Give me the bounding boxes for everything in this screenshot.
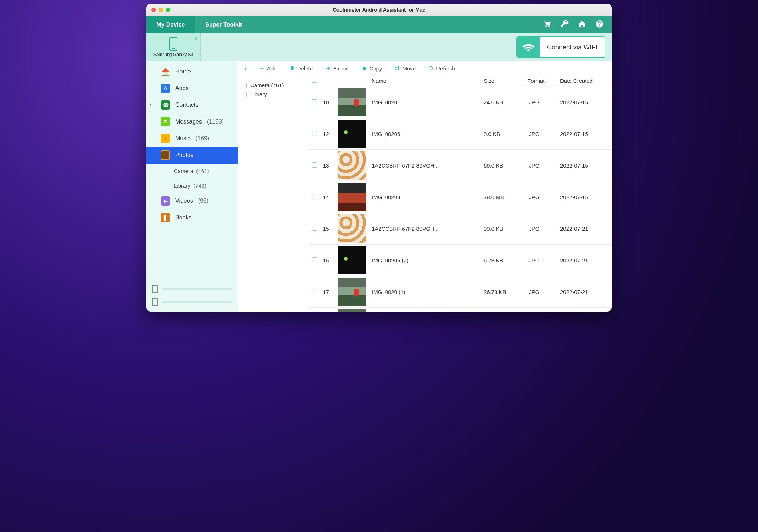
cell-name: 1A2CCBRF-67F2-89VGH... xyxy=(369,150,481,181)
sidebar-item-photos[interactable]: ⌄ Photos xyxy=(146,147,238,164)
copy-button[interactable]: Copy xyxy=(361,65,382,72)
close-icon[interactable]: x xyxy=(194,35,198,41)
sidebar-item-books[interactable]: ▋ Books xyxy=(146,209,238,226)
row-index: 16 xyxy=(320,245,335,276)
phone-storage-icon xyxy=(152,285,158,293)
phone-icon xyxy=(169,37,177,51)
checkbox[interactable] xyxy=(242,92,247,97)
cell-date: 2022-07-15 xyxy=(557,150,612,181)
storage-bar xyxy=(162,301,232,303)
file-table-wrap[interactable]: Name Size Format Date Created 10IMG_0020… xyxy=(309,76,612,312)
cell-date: 2022-07-15 xyxy=(557,118,612,150)
select-all-checkbox[interactable] xyxy=(312,78,317,83)
move-button[interactable]: Move xyxy=(394,65,416,72)
button-label: Copy xyxy=(369,65,382,72)
folder-label: Library xyxy=(250,91,267,97)
top-icon-group xyxy=(543,16,612,33)
button-label: Export xyxy=(333,65,349,72)
table-row[interactable]: 16IMG_00206 (2)6.78 KB.JPG2022-07-21 xyxy=(309,245,612,276)
titlebar: Coolmuster Android Assistant for Mac xyxy=(146,4,612,16)
checkbox[interactable] xyxy=(312,194,317,199)
thumbnail xyxy=(338,183,366,211)
col-date[interactable]: Date Created xyxy=(557,76,612,86)
table-row[interactable]: 17IMG_0020 (1)26.78 KB.JPG2022-07-21 xyxy=(309,276,612,308)
tab-super-toolkit[interactable]: Super Toolkit xyxy=(195,16,252,33)
tab-my-device[interactable]: My Device xyxy=(146,16,195,33)
checkbox[interactable] xyxy=(312,289,317,294)
cell-name: IMG_0020 xyxy=(369,86,481,118)
cell-date: 2022-07-15 xyxy=(557,86,612,118)
table-row[interactable]: 12IMG_002069.0 KB.JPG2022-07-15 xyxy=(309,118,612,150)
cell-format: .JPG xyxy=(524,118,557,150)
row-index: 14 xyxy=(320,181,335,213)
help-icon[interactable] xyxy=(595,20,604,30)
chevron-right-icon: › xyxy=(150,86,151,91)
refresh-button[interactable]: Refresh xyxy=(428,65,455,72)
checkbox[interactable] xyxy=(312,226,317,231)
device-tab[interactable]: x Samsung Galaxy S3 xyxy=(146,33,201,61)
folder-pane: Camera (461) Library xyxy=(238,76,309,312)
delete-button[interactable]: Delete xyxy=(289,65,313,72)
cell-format: .JPG xyxy=(524,86,557,118)
key-icon[interactable] xyxy=(560,20,569,30)
sidebar-item-contacts[interactable]: › ☎ Contacts xyxy=(146,97,238,113)
thumbnail xyxy=(338,278,366,306)
cell-date: 2022-07-21 xyxy=(557,245,612,276)
export-button[interactable]: Export xyxy=(325,65,349,72)
sidebar-item-messages[interactable]: ✉ Messages(1193) xyxy=(146,113,238,130)
thumbnail xyxy=(338,151,366,180)
sidebar-item-label: Home xyxy=(175,68,191,75)
house-icon xyxy=(161,67,170,76)
app-window: Coolmuster Android Assistant for Mac My … xyxy=(146,4,612,312)
sidebar-item-label: Books xyxy=(175,214,191,221)
row-index: 15 xyxy=(320,213,335,245)
row-index: 17 xyxy=(320,276,335,308)
sidebar-subitem-camera[interactable]: Camera (461) xyxy=(146,164,238,178)
cell-size: 9.0 KB xyxy=(481,118,524,150)
sidebar-item-videos[interactable]: ▶ Videos (96) xyxy=(146,193,238,209)
sidebar-item-label: Videos xyxy=(175,198,193,204)
col-name[interactable]: Name xyxy=(369,76,481,86)
row-index: 10 xyxy=(320,86,335,118)
home-icon[interactable] xyxy=(578,20,586,30)
checkbox[interactable] xyxy=(312,131,317,136)
main-area: Home › A Apps › ☎ Contacts ✉ Messages(11… xyxy=(146,61,612,312)
cell-format: .JPG xyxy=(524,245,557,276)
thumbnail xyxy=(338,88,366,116)
table-row[interactable]: 151A2CCBRF-67F2-89VGH...99.0 KB.JPG2022-… xyxy=(309,213,612,245)
storage-bar xyxy=(162,288,232,290)
sidebar-subitem-library[interactable]: Library (743) xyxy=(146,178,238,193)
sidebar-item-label: Messages xyxy=(175,118,202,125)
sidebar-item-apps[interactable]: › A Apps xyxy=(146,80,238,97)
cell-format: .JPG xyxy=(524,181,557,213)
sidebar-item-label: Music xyxy=(175,135,191,142)
sidebar-item-home[interactable]: Home xyxy=(146,63,238,80)
table-row[interactable]: 131A2CCBRF-67F2-89VGH...69.0 KB.JPG2022-… xyxy=(309,150,612,181)
checkbox[interactable] xyxy=(312,311,317,312)
checkbox[interactable] xyxy=(312,162,317,168)
sidebar-item-music[interactable]: ♪ Music(169) xyxy=(146,130,238,147)
row-index: 13 xyxy=(320,150,335,181)
table-row[interactable]: 14IMG_0020878.0 MB.JPG2022-07-15 xyxy=(309,181,612,213)
table-row[interactable]: 10IMG_002024.0 KB.JPG2022-07-15 xyxy=(309,86,612,118)
sd-storage-icon xyxy=(152,298,158,306)
checkbox[interactable] xyxy=(312,99,317,104)
button-label: Refresh xyxy=(436,65,455,72)
cell-size: 78.0 MB xyxy=(481,181,524,213)
col-size[interactable]: Size xyxy=(481,76,524,86)
folder-item-camera[interactable]: Camera (461) xyxy=(242,81,305,90)
add-button[interactable]: Add xyxy=(259,65,277,72)
cart-icon[interactable] xyxy=(543,20,551,30)
sidebar-item-label: Contacts xyxy=(175,102,198,108)
checkbox[interactable] xyxy=(312,257,317,262)
connect-wifi-button[interactable]: Connect via WIFI xyxy=(540,37,605,57)
row-index: 12 xyxy=(320,118,335,150)
books-icon: ▋ xyxy=(161,213,170,222)
contacts-icon: ☎ xyxy=(161,100,170,110)
content-pane: ‹‹ Add Delete Export Copy Move Refresh C… xyxy=(238,61,612,312)
folder-item-library[interactable]: Library xyxy=(242,90,305,99)
sidebar-item-label: Camera xyxy=(174,168,193,174)
checkbox[interactable] xyxy=(242,83,247,88)
col-format[interactable]: Format xyxy=(524,76,557,86)
videos-icon: ▶ xyxy=(161,196,170,206)
